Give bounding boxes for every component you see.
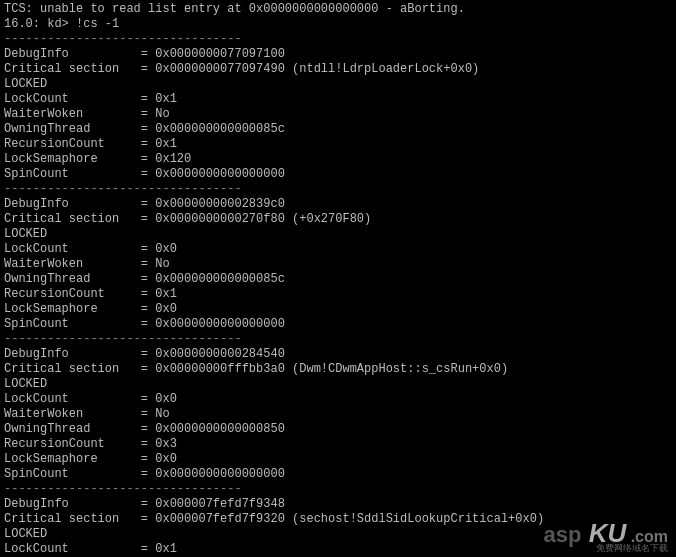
line-owningthread2: OwningThread = 0x000000000000085c [4, 272, 672, 287]
line-lockcount1: LockCount = 0x1 [4, 92, 672, 107]
separator-1: --------------------------------- [4, 32, 672, 47]
line-debug2: DebugInfo = 0x00000000002839c0 [4, 197, 672, 212]
line-recursioncount2: RecursionCount = 0x1 [4, 287, 672, 302]
line-locksemaphore2: LockSemaphore = 0x0 [4, 302, 672, 317]
line-spincount1: SpinCount = 0x0000000000000000 [4, 167, 672, 182]
line-debug4: DebugInfo = 0x000007fefd7f9348 [4, 497, 672, 512]
separator-4: --------------------------------- [4, 482, 672, 497]
line-locksemaphore1: LockSemaphore = 0x120 [4, 152, 672, 167]
line-lockcount2: LockCount = 0x0 [4, 242, 672, 257]
line-cs1: Critical section = 0x0000000077097490 (n… [4, 62, 672, 77]
line-spincount3: SpinCount = 0x0000000000000000 [4, 467, 672, 482]
line-owningthread1: OwningThread = 0x000000000000085c [4, 122, 672, 137]
line-locked2: LOCKED [4, 227, 672, 242]
line-cs3: Critical section = 0x00000000fffbb3a0 (D… [4, 362, 672, 377]
watermark-subtext: 免费网络域名下载 [596, 542, 668, 555]
line-owningthread3: OwningThread = 0x0000000000000850 [4, 422, 672, 437]
line-waiterwoken1: WaiterWoken = No [4, 107, 672, 122]
line-waiterwoken3: WaiterWoken = No [4, 407, 672, 422]
separator-3: --------------------------------- [4, 332, 672, 347]
separator-2: --------------------------------- [4, 182, 672, 197]
watermark-asp: asp [544, 522, 582, 547]
terminal-output: TCS: unable to read list entry at 0x0000… [0, 0, 676, 557]
line-cs2: Critical section = 0x0000000000270f80 (+… [4, 212, 672, 227]
line-locked1: LOCKED [4, 77, 672, 92]
line-waiterwoken2: WaiterWoken = No [4, 257, 672, 272]
line-header1: TCS: unable to read list entry at 0x0000… [4, 2, 672, 17]
line-locked3: LOCKED [4, 377, 672, 392]
line-command: 16.0: kd> !cs -1 [4, 17, 672, 32]
line-recursioncount3: RecursionCount = 0x3 [4, 437, 672, 452]
line-recursioncount1: RecursionCount = 0x1 [4, 137, 672, 152]
line-spincount2: SpinCount = 0x0000000000000000 [4, 317, 672, 332]
line-lockcount3: LockCount = 0x0 [4, 392, 672, 407]
line-locksemaphore3: LockSemaphore = 0x0 [4, 452, 672, 467]
line-debug3: DebugInfo = 0x0000000000284540 [4, 347, 672, 362]
line-debug1: DebugInfo = 0x0000000077097100 [4, 47, 672, 62]
